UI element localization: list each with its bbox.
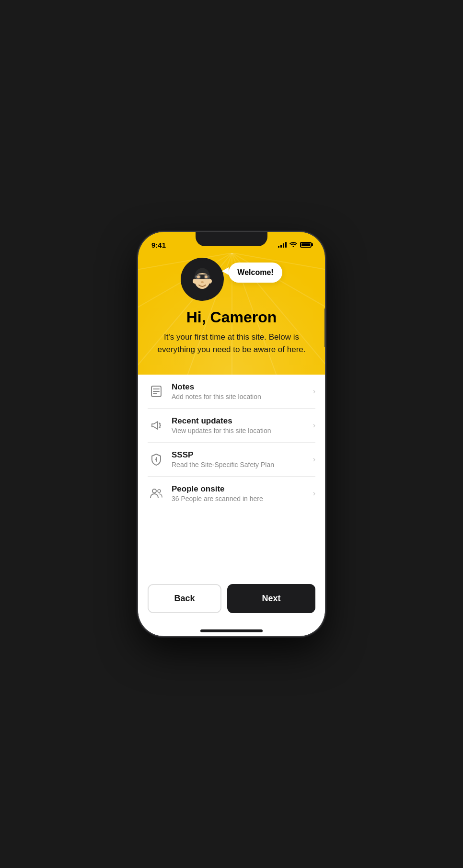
- status-bar: 9:41: [138, 232, 325, 253]
- battery-icon: [300, 242, 312, 248]
- svg-point-23: [158, 490, 161, 492]
- svg-point-11: [208, 279, 212, 284]
- notes-subtitle: Add notes for this site location: [172, 393, 306, 400]
- welcome-text: Welcome!: [237, 268, 273, 276]
- recent-updates-subtitle: View updates for this site location: [172, 427, 306, 434]
- sssp-subtitle: Read the Site-Specific Safety Plan: [172, 461, 306, 468]
- greeting-title: Hi, Cameron: [186, 308, 277, 326]
- menu-item-notes[interactable]: Notes Add notes for this site location ›: [148, 375, 315, 409]
- notes-title: Notes: [172, 382, 306, 392]
- people-onsite-title: People onsite: [172, 484, 306, 494]
- svg-point-18: [160, 427, 161, 428]
- avatar: [181, 258, 224, 301]
- svg-point-22: [152, 489, 156, 493]
- sssp-content: SSSP Read the Site-Specific Safety Plan: [172, 450, 306, 468]
- recent-updates-title: Recent updates: [172, 416, 306, 426]
- shield-icon: [148, 451, 165, 468]
- greeting-subtitle: It's your first time at this site. Below…: [151, 331, 312, 355]
- people-onsite-subtitle: 36 People are scanned in here: [172, 495, 306, 503]
- avatar-row: Welcome!: [181, 258, 282, 301]
- phone-frame: 9:41: [138, 232, 325, 636]
- speech-bubble: Welcome!: [229, 263, 282, 283]
- menu-item-people-onsite[interactable]: People onsite 36 People are scanned in h…: [148, 477, 315, 510]
- recent-updates-content: Recent updates View updates for this sit…: [172, 416, 306, 434]
- next-button[interactable]: Next: [227, 584, 315, 613]
- svg-point-10: [193, 279, 197, 284]
- sssp-chevron: ›: [313, 455, 315, 464]
- notes-content: Notes Add notes for this site location: [172, 382, 306, 400]
- sssp-title: SSSP: [172, 450, 306, 460]
- people-icon: [148, 485, 165, 502]
- menu-item-recent-updates[interactable]: Recent updates View updates for this sit…: [148, 409, 315, 443]
- svg-point-7: [197, 275, 200, 278]
- svg-point-17: [160, 425, 161, 426]
- notes-icon: [148, 383, 165, 400]
- people-onsite-content: People onsite 36 People are scanned in h…: [172, 484, 306, 503]
- back-button[interactable]: Back: [148, 584, 221, 613]
- svg-point-8: [205, 275, 208, 278]
- people-onsite-chevron: ›: [313, 489, 315, 498]
- svg-point-16: [160, 423, 161, 424]
- content-section: Notes Add notes for this site location ›: [138, 375, 325, 636]
- wifi-icon: [289, 241, 297, 249]
- status-time: 9:41: [151, 241, 166, 249]
- megaphone-icon: [148, 417, 165, 434]
- recent-updates-chevron: ›: [313, 421, 315, 430]
- home-indicator: [200, 629, 263, 632]
- notes-chevron: ›: [313, 387, 315, 396]
- bottom-actions: Back Next: [138, 577, 325, 629]
- status-icons: [278, 241, 312, 249]
- signal-icon: [278, 242, 287, 248]
- screen: 9:41: [138, 232, 325, 636]
- hero-section: Welcome! Hi, Cameron It's your first tim…: [138, 253, 325, 375]
- menu-item-sssp[interactable]: SSSP Read the Site-Specific Safety Plan …: [148, 443, 315, 477]
- svg-point-9: [201, 281, 204, 283]
- menu-list: Notes Add notes for this site location ›: [138, 375, 325, 577]
